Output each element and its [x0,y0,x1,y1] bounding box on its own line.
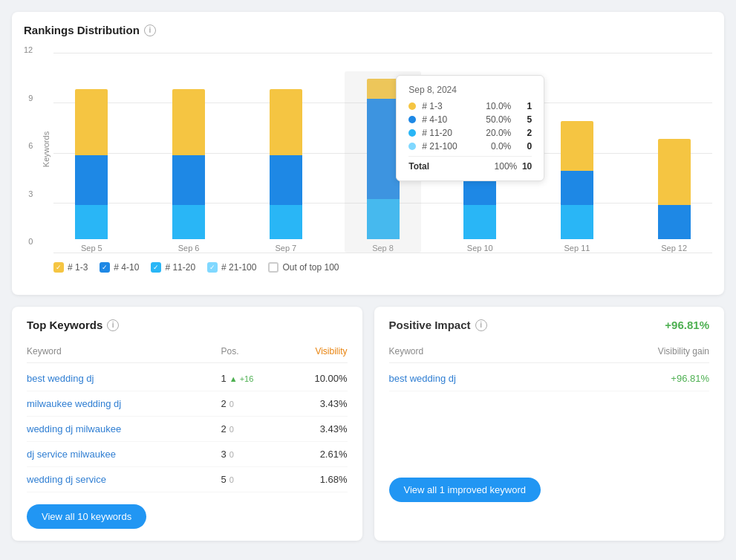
keyword-column-header: Keyword [27,346,221,356]
bar-x-label: Sep 5 [81,244,102,253]
tooltip-row: # 4-1050.0%5 [408,114,532,125]
bar-segment [367,79,400,99]
top-keywords-title: Top Keywords i [27,319,348,331]
y-axis: 12 9 6 3 0 [24,45,39,246]
rankings-distribution-card: Rankings Distribution i Keywords 12 9 6 … [12,12,724,295]
bar-segment [270,155,302,206]
impact-keyword-header: Keyword [389,346,628,356]
tooltip-val: 2 [517,128,532,138]
legend-item[interactable]: ✓# 11-20 [151,262,195,273]
visibility-cell: 3.43% [288,398,348,409]
tooltip-val: 1 [517,101,532,111]
tooltip-label: # 1-3 [422,101,469,111]
legend-box[interactable]: ✓ [207,262,218,273]
keyword-cell[interactable]: dj service milwaukee [27,449,221,460]
impact-rows: best wedding dj+96.81% [389,366,710,391]
bar-segment [561,121,593,172]
bar-segment [270,89,302,155]
tooltip-label: # 21-100 [422,141,469,152]
tooltip-label: # 4-10 [422,114,469,125]
rankings-title-text: Rankings Distribution [24,24,140,36]
positive-impact-card: Positive Impact i +96.81% Keyword Visibi… [374,307,725,541]
legend-item[interactable]: ✓# 4-10 [100,262,139,273]
impact-keyword-cell[interactable]: best wedding dj [389,373,628,384]
pos-number: 1 [221,373,227,384]
legend-item[interactable]: Out of top 100 [268,262,339,273]
pos-number: 5 [221,474,227,485]
top-keywords-info-icon[interactable]: i [107,319,119,331]
legend-label: # 21-100 [221,262,256,273]
keyword-row: best wedding dj1▲ +1610.00% [27,366,348,391]
keyword-cell[interactable]: wedding dj service [27,474,221,485]
bar-segment [270,205,302,239]
top-keywords-rows: best wedding dj1▲ +1610.00%milwaukee wed… [27,366,348,492]
view-all-improved-button[interactable]: View all 1 improved keyword [389,478,541,502]
tooltip-dot [408,102,416,110]
bar-segment [367,99,400,199]
legend-box[interactable] [268,262,279,273]
bar-x-label: Sep 7 [275,244,296,253]
tooltip-dot [408,143,416,150]
positive-impact-total-pct: +96.81% [665,319,709,331]
tooltip-total-pct: 100% [481,161,517,172]
keyword-row: dj service milwaukee302.61% [27,442,348,467]
pos-change-neutral: 0 [229,425,234,434]
bar-segment [172,205,205,239]
bar-group[interactable]: Sep 5 [53,89,130,253]
tooltip-total: Total100%10 [408,161,532,172]
positive-impact-title: Positive Impact i [389,319,487,331]
top-keywords-header: Keyword Pos. Visibility [27,340,348,363]
pos-change-neutral: 0 [229,450,234,459]
keyword-cell[interactable]: milwaukee wedding dj [27,398,221,409]
tooltip-pct: 20.0% [475,128,511,138]
keyword-row: milwaukee wedding dj203.43% [27,391,348,417]
bar-group[interactable]: Sep 11 [539,121,616,253]
visibility-cell: 1.68% [288,474,348,485]
bar-x-label: Sep 12 [661,244,687,253]
keyword-cell[interactable]: best wedding dj [27,373,221,384]
bar-segment [561,205,593,239]
tooltip-row: # 11-2020.0%2 [408,128,532,138]
tooltip-row: # 21-1000.0%0 [408,141,532,152]
positive-impact-header: Positive Impact i +96.81% [389,319,710,331]
legend-item[interactable]: ✓# 21-100 [207,262,256,273]
bar-segment [172,155,205,206]
legend-label: # 4-10 [114,262,139,273]
bar-segment [658,205,691,239]
chart-legend: ✓# 1-3✓# 4-10✓# 11-20✓# 21-100Out of top… [24,262,712,273]
bar-segment [75,155,108,206]
visibility-cell: 10.00% [288,373,348,384]
pos-change-up: ▲ +16 [229,374,254,383]
positive-impact-info-icon[interactable]: i [475,319,487,331]
tooltip-val: 0 [517,141,532,152]
visibility-cell: 3.43% [288,423,348,434]
rankings-title: Rankings Distribution i [24,24,712,36]
tooltip-total-val: 10 [517,161,532,172]
tooltip-dot [408,116,416,123]
tooltip-val: 5 [517,114,532,125]
keyword-row: wedding dj milwaukee203.43% [27,417,348,442]
impact-row: best wedding dj+96.81% [389,366,710,391]
keyword-cell[interactable]: wedding dj milwaukee [27,423,221,434]
bar-group[interactable]: Sep 12 [636,139,712,253]
pos-column-header: Pos. [221,346,288,356]
legend-label: # 11-20 [165,262,195,273]
rankings-info-icon[interactable]: i [144,25,156,36]
bar-segment [75,205,108,239]
pos-change-neutral: 0 [229,400,234,408]
legend-box[interactable]: ✓ [151,262,161,273]
view-all-keywords-button[interactable]: View all 10 keywords [27,504,146,529]
chart-area: Keywords 12 9 6 3 0 [24,45,712,253]
tooltip-dot [408,129,416,137]
y-axis-title: Keywords [42,131,51,167]
legend-item[interactable]: ✓# 1-3 [53,262,88,273]
legend-box[interactable]: ✓ [53,262,64,273]
legend-box[interactable]: ✓ [100,262,110,273]
chart-wrapper: Keywords 12 9 6 3 0 [24,45,712,283]
bar-group[interactable]: Sep 7 [247,89,324,253]
tooltip-total-label: Total [408,161,481,172]
pos-cell: 50 [221,474,288,485]
pos-number: 2 [221,423,227,434]
tooltip-pct: 50.0% [475,114,511,125]
bar-group[interactable]: Sep 6 [151,89,227,253]
